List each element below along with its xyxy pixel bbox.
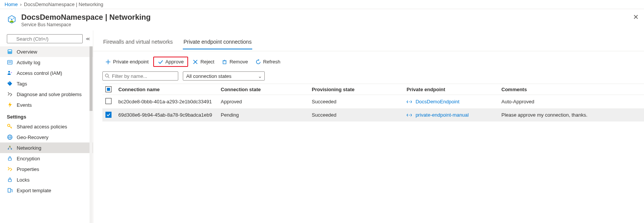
sidebar-section-settings: Settings bbox=[0, 110, 93, 121]
tab-firewalls[interactable]: Firewalls and virtual networks bbox=[102, 36, 174, 49]
table-row[interactable]: bc20cde8-0bbb-401a-a293-2e1b0dc33491 App… bbox=[102, 95, 644, 109]
svg-rect-26 bbox=[8, 188, 11, 192]
sidebar-item-export-template[interactable]: Export template bbox=[0, 185, 93, 196]
svg-point-34 bbox=[105, 74, 108, 77]
svg-rect-6 bbox=[8, 50, 11, 51]
sidebar-item-iam[interactable]: Access control (IAM) bbox=[0, 68, 93, 78]
col-provisioning-state[interactable]: Provisioning state bbox=[309, 84, 404, 95]
private-endpoint-icon bbox=[407, 99, 412, 104]
cell-connection-state: Pending bbox=[218, 109, 309, 122]
iam-icon bbox=[7, 70, 13, 76]
table-row[interactable]: 69d308e6-9b94-45ab-8a78-9c9badca1eb9 Pen… bbox=[102, 109, 644, 122]
col-comments[interactable]: Comments bbox=[498, 84, 644, 95]
title-bar: DocsDemoNamespace | Networking Service B… bbox=[0, 9, 644, 30]
sidebar-item-shared-access[interactable]: Shared access policies bbox=[0, 121, 93, 132]
page-title: DocsDemoNamespace | Networking bbox=[21, 12, 151, 22]
x-icon bbox=[193, 59, 198, 65]
row-checkbox[interactable] bbox=[105, 112, 112, 118]
private-endpoint-link[interactable]: private-endpoint-manual bbox=[416, 112, 469, 118]
svg-point-11 bbox=[11, 72, 12, 73]
trash-icon bbox=[222, 59, 227, 65]
svg-line-22 bbox=[8, 146, 10, 149]
sidebar-item-label: Events bbox=[17, 102, 32, 108]
refresh-button[interactable]: Refresh bbox=[253, 57, 284, 66]
tabs: Firewalls and virtual networks Private e… bbox=[102, 36, 644, 49]
svg-rect-31 bbox=[223, 61, 226, 64]
sidebar-item-label: Overview bbox=[17, 49, 37, 55]
svg-point-37 bbox=[409, 115, 410, 115]
private-endpoint-icon bbox=[407, 112, 412, 118]
sidebar-item-label: Encryption bbox=[17, 156, 40, 161]
breadcrumb-current: DocsDemoNamespace | Networking bbox=[24, 2, 103, 7]
row-checkbox[interactable] bbox=[105, 98, 112, 104]
chevron-down-icon: ⌄ bbox=[258, 73, 262, 79]
activity-log-icon bbox=[7, 59, 13, 65]
col-connection-name[interactable]: Connection name bbox=[115, 84, 218, 95]
connection-state-select[interactable]: All connection states ⌄ bbox=[183, 71, 265, 81]
sidebar-item-label: Networking bbox=[17, 145, 41, 151]
col-connection-state[interactable]: Connection state bbox=[218, 84, 309, 95]
cell-connection-name: bc20cde8-0bbb-401a-a293-2e1b0dc33491 bbox=[115, 95, 218, 109]
svg-point-36 bbox=[409, 101, 410, 102]
sidebar-item-label: Access control (IAM) bbox=[17, 70, 62, 76]
sidebar-item-properties[interactable]: Properties bbox=[0, 164, 93, 174]
filter-by-name-input[interactable] bbox=[102, 71, 178, 81]
check-icon bbox=[158, 59, 163, 65]
sidebar-item-overview[interactable]: Overview bbox=[0, 46, 93, 57]
sidebar-item-events[interactable]: Events bbox=[0, 100, 93, 110]
connections-table: Connection name Connection state Provisi… bbox=[102, 84, 644, 122]
cell-connection-state: Approved bbox=[218, 95, 309, 109]
plus-icon bbox=[105, 59, 111, 65]
key-icon bbox=[7, 123, 13, 130]
tags-icon bbox=[7, 81, 13, 87]
svg-point-1 bbox=[9, 17, 11, 19]
private-endpoint-link[interactable]: DocsDemoEndpoint bbox=[416, 99, 460, 104]
sidebar-item-geo-recovery[interactable]: Geo-Recovery bbox=[0, 132, 93, 142]
lock-icon bbox=[7, 155, 13, 161]
sidebar-item-label: Locks bbox=[17, 177, 30, 183]
collapse-sidebar-icon[interactable]: ≪ bbox=[85, 36, 91, 41]
cell-comments: Please approve my connection, thanks. bbox=[498, 109, 644, 122]
sidebar-scrollbar[interactable] bbox=[90, 46, 93, 223]
events-icon bbox=[7, 102, 13, 108]
main-content: Firewalls and virtual networks Private e… bbox=[93, 30, 644, 223]
properties-icon bbox=[7, 166, 13, 172]
svg-line-23 bbox=[10, 146, 11, 149]
svg-rect-25 bbox=[8, 179, 11, 182]
sidebar-item-locks[interactable]: Locks bbox=[0, 174, 93, 185]
svg-point-12 bbox=[9, 82, 9, 83]
overview-icon bbox=[7, 49, 13, 55]
svg-point-2 bbox=[13, 17, 14, 19]
sidebar-item-diagnose[interactable]: Diagnose and solve problems bbox=[0, 89, 93, 100]
sidebar-item-activity-log[interactable]: Activity log bbox=[0, 57, 93, 68]
sidebar-item-encryption[interactable]: Encryption bbox=[0, 153, 93, 164]
export-icon bbox=[7, 187, 13, 193]
globe-icon bbox=[7, 134, 13, 140]
search-input[interactable] bbox=[7, 34, 83, 43]
svg-point-10 bbox=[8, 71, 10, 73]
svg-point-0 bbox=[11, 19, 12, 20]
service-bus-icon bbox=[7, 14, 17, 25]
tab-private-endpoint-connections[interactable]: Private endpoint connections bbox=[183, 36, 253, 49]
add-private-endpoint-button[interactable]: Private endpoint bbox=[102, 57, 152, 66]
sidebar-item-label: Tags bbox=[17, 81, 27, 87]
sidebar-item-networking[interactable]: Networking bbox=[0, 142, 93, 153]
page-subtitle: Service Bus Namespace bbox=[21, 22, 151, 27]
breadcrumb-home[interactable]: Home bbox=[5, 2, 18, 7]
sidebar-item-tags[interactable]: Tags bbox=[0, 78, 93, 89]
sidebar-item-label: Export template bbox=[17, 188, 51, 193]
sidebar-item-label: Properties bbox=[17, 166, 39, 172]
sidebar-item-label: Diagnose and solve problems bbox=[17, 92, 82, 97]
approve-button[interactable]: Approve bbox=[153, 57, 188, 67]
sidebar-item-label: Activity log bbox=[17, 60, 40, 65]
networking-icon bbox=[7, 145, 13, 151]
col-private-endpoint[interactable]: Private endpoint bbox=[404, 84, 498, 95]
svg-rect-5 bbox=[8, 49, 12, 54]
close-icon[interactable]: ✕ bbox=[633, 13, 639, 21]
select-all-checkbox[interactable] bbox=[105, 86, 112, 92]
sidebar: ≪ Overview Activity log Access control (… bbox=[0, 30, 93, 223]
remove-button[interactable]: Remove bbox=[219, 57, 251, 66]
toolbar: Private endpoint Approve Reject Remove R… bbox=[102, 51, 644, 71]
svg-rect-7 bbox=[8, 60, 12, 64]
reject-button[interactable]: Reject bbox=[190, 57, 217, 66]
